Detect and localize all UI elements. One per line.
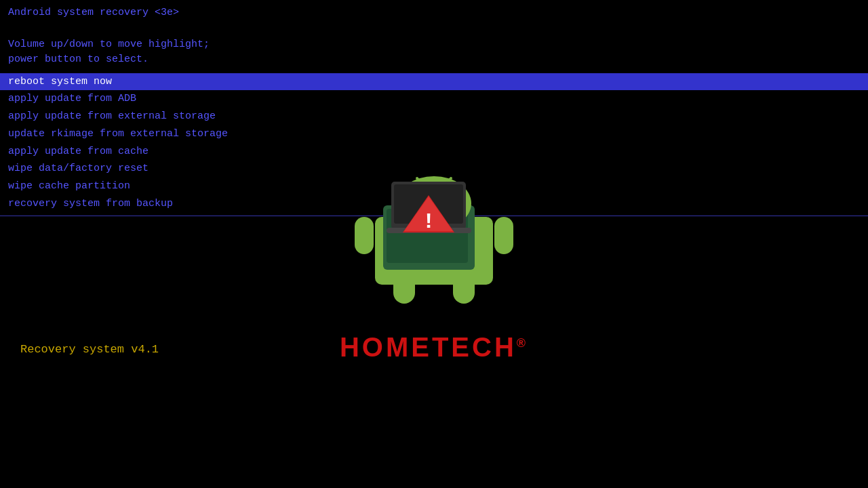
svg-rect-2 xyxy=(355,217,374,254)
instruction-line2: power button to select. xyxy=(8,52,860,68)
menu-item-update-rkimage[interactable]: update rkimage from external storage xyxy=(0,125,868,143)
svg-text:!: ! xyxy=(422,209,435,235)
svg-rect-3 xyxy=(494,217,513,254)
menu-item-reboot[interactable]: reboot system now xyxy=(0,73,868,91)
brand-name: HOMETECH xyxy=(340,332,517,362)
top-info: Android system recovery <3e> Volume up/d… xyxy=(0,0,868,70)
brand-reg: ® xyxy=(517,336,528,350)
menu-item-apply-adb[interactable]: apply update from ADB xyxy=(0,90,868,108)
android-figure: ! xyxy=(336,168,532,314)
recovery-version-label: Recovery system v4.1 xyxy=(20,343,159,356)
menu-item-apply-cache[interactable]: apply update from cache xyxy=(0,143,868,161)
menu-item-apply-external[interactable]: apply update from external storage xyxy=(0,108,868,125)
brand-logo: HOMETECH® xyxy=(340,332,528,363)
app-container: Android system recovery <3e> Volume up/d… xyxy=(0,0,868,216)
system-title: Android system recovery <3e> xyxy=(8,5,860,21)
instruction-line1: Volume up/down to move highlight; xyxy=(8,37,860,53)
